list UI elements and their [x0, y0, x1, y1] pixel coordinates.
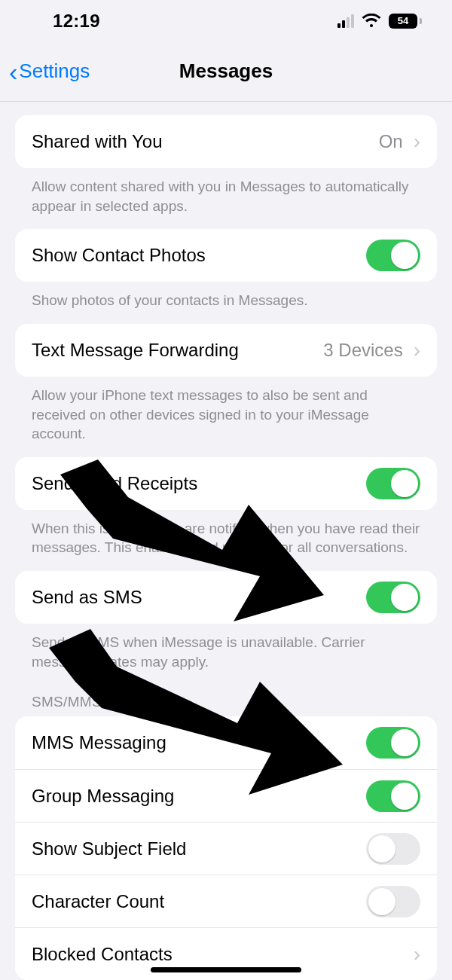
row-label: Show Contact Photos — [32, 245, 206, 266]
row-label: Blocked Contacts — [32, 944, 173, 965]
row-show-contact-photos: Show Contact Photos — [15, 229, 437, 282]
row-footer: Allow content shared with you in Message… — [15, 168, 437, 215]
page-title: Messages — [179, 60, 273, 83]
row-group-messaging: Group Messaging — [15, 769, 437, 822]
chevron-right-icon: › — [414, 942, 420, 966]
row-send-as-sms: Send as SMS — [15, 571, 437, 624]
cellular-icon — [337, 14, 354, 28]
home-indicator — [151, 967, 301, 972]
toggle-show-contact-photos[interactable] — [366, 240, 420, 271]
row-label: Send Read Receipts — [32, 473, 197, 494]
row-send-read-receipts: Send Read Receipts — [15, 457, 437, 510]
status-bar: 12:19 54 — [0, 0, 452, 41]
row-label: Shared with You — [32, 131, 162, 152]
wifi-icon — [362, 14, 381, 29]
toggle-mms-messaging[interactable] — [366, 727, 420, 759]
row-label: Character Count — [32, 891, 164, 912]
battery-icon: 54 — [389, 14, 422, 29]
row-label: Show Subject Field — [32, 838, 186, 859]
status-time: 12:19 — [53, 11, 100, 32]
toggle-send-read-receipts[interactable] — [366, 468, 420, 499]
chevron-right-icon: › — [414, 338, 420, 362]
row-mms-messaging: MMS Messaging — [15, 716, 437, 769]
settings-list: Shared with You On › Allow content share… — [0, 115, 452, 980]
row-footer: When this is on, people are notified whe… — [15, 510, 437, 557]
row-label: MMS Messaging — [32, 732, 166, 753]
toggle-character-count[interactable] — [366, 886, 420, 917]
toggle-group-messaging[interactable] — [366, 780, 420, 812]
row-show-subject-field: Show Subject Field — [15, 822, 437, 875]
row-label: Send as SMS — [32, 587, 142, 608]
row-footer: Send as SMS when iMessage is unavailable… — [15, 624, 437, 671]
row-footer: Show photos of your contacts in Messages… — [15, 282, 437, 310]
row-label: Group Messaging — [32, 786, 174, 807]
back-button[interactable]: ‹ Settings — [9, 60, 90, 83]
row-value: 3 Devices — [323, 340, 402, 361]
back-label: Settings — [19, 60, 90, 83]
row-value: On — [379, 131, 403, 152]
row-footer: Allow your iPhone text messages to also … — [15, 377, 437, 444]
row-shared-with-you[interactable]: Shared with You On › — [15, 115, 437, 168]
nav-bar: ‹ Settings Messages — [0, 41, 452, 102]
row-text-message-forwarding[interactable]: Text Message Forwarding 3 Devices › — [15, 324, 437, 377]
toggle-send-as-sms[interactable] — [366, 582, 420, 613]
toggle-show-subject-field[interactable] — [366, 833, 420, 865]
chevron-right-icon: › — [414, 130, 420, 154]
section-header-sms-mms: SMS/MMS — [15, 671, 437, 716]
row-character-count: Character Count — [15, 875, 437, 927]
row-label: Text Message Forwarding — [32, 340, 239, 361]
